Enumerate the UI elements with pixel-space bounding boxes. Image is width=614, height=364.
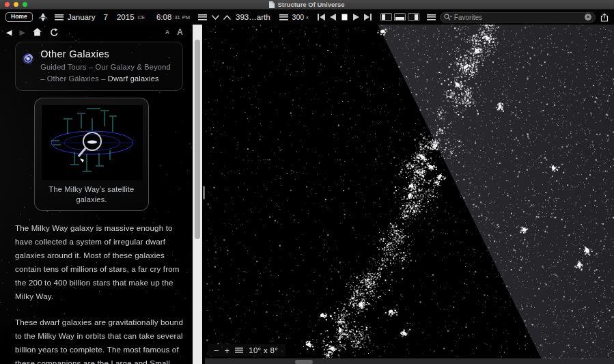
window-title-group: Structure Of Universe xyxy=(269,1,344,8)
sky-horizontal-scrollbar[interactable] xyxy=(205,359,614,364)
time-meridiem-label[interactable]: PM xyxy=(182,14,190,20)
breadcrumb-current: Dwarf galaxies xyxy=(108,74,159,83)
search-input[interactable]: Favorites × xyxy=(440,12,596,23)
window-titlebar: Structure Of Universe xyxy=(0,0,614,10)
document-icon xyxy=(269,1,275,8)
figure-caption: The Milky Way’s satellite galaxies. xyxy=(44,184,139,206)
guide-header-card: Other Galaxies Guided Tours – Our Galaxy… xyxy=(15,42,183,91)
guide-title: Other Galaxies xyxy=(40,48,176,59)
location-menu-icon[interactable] xyxy=(198,14,207,20)
timeflow-menu-icon[interactable] xyxy=(279,14,288,20)
back-arrow-icon[interactable]: ◀ xyxy=(6,29,12,36)
breadcrumb[interactable]: Guided Tours – Our Galaxy & Beyond – Oth… xyxy=(40,61,176,84)
zoom-out-button[interactable]: − xyxy=(214,346,219,355)
guide-header-text: Other Galaxies Guided Tours – Our Galaxy… xyxy=(40,48,176,84)
close-window-button[interactable] xyxy=(5,2,10,7)
play-forward-button[interactable] xyxy=(353,14,359,20)
rocket-icon[interactable] xyxy=(38,13,48,22)
fov-label: 10° x 8° xyxy=(249,346,278,354)
main-toolbar: Home January 7 2015 CE 6:08 :31 PM 393…a… xyxy=(0,10,614,25)
timeflow-rate-unit: x xyxy=(306,14,309,20)
refresh-icon[interactable] xyxy=(49,28,58,37)
date-year-field[interactable]: 2015 xyxy=(117,13,135,21)
time-clock-field[interactable]: 6:08 xyxy=(156,13,171,21)
timeflow-rate-field[interactable]: 300 xyxy=(292,13,305,21)
right-pane-toggle-button[interactable] xyxy=(408,13,419,21)
zoom-window-button[interactable] xyxy=(23,2,27,7)
view-options-menu-icon[interactable] xyxy=(427,14,436,20)
chevron-down-icon[interactable] xyxy=(212,15,219,20)
sky-horizontal-scrollbar-thumb[interactable] xyxy=(295,360,313,364)
window-title: Structure Of Universe xyxy=(277,1,344,8)
skip-to-start-button[interactable] xyxy=(318,14,325,20)
clear-search-button[interactable]: × xyxy=(585,14,591,20)
skip-to-end-button[interactable] xyxy=(364,14,372,20)
home-button[interactable]: Home xyxy=(5,12,33,22)
stop-button[interactable] xyxy=(341,14,348,20)
time-seconds-field[interactable]: :31 xyxy=(173,14,180,20)
search-icon xyxy=(444,14,452,20)
fov-menu-icon[interactable] xyxy=(235,348,243,353)
date-menu-icon[interactable] xyxy=(55,14,64,20)
skyguide-panel: ◀ ▶ A A Oth xyxy=(0,25,193,364)
paragraph: These dwarf galaxies are gravitationally… xyxy=(15,316,183,364)
fov-control-bar: − + 10° x 8° xyxy=(208,344,285,356)
spiral-galaxy-icon xyxy=(23,48,33,69)
galaxy-starfield[interactable] xyxy=(205,25,614,364)
left-pane-toggle-button[interactable] xyxy=(380,13,392,21)
content-area: ◀ ▶ A A Oth xyxy=(0,25,614,364)
font-decrease-button[interactable]: A xyxy=(165,29,170,36)
window-controls xyxy=(5,2,27,7)
chevron-up-icon[interactable] xyxy=(223,15,231,20)
figure-card[interactable]: The Milky Way’s satellite galaxies. xyxy=(34,98,149,211)
date-era-label[interactable]: CE xyxy=(138,14,145,20)
satellite-galaxies-figure[interactable] xyxy=(42,105,143,180)
date-day-field[interactable]: 7 xyxy=(104,13,108,21)
sidebar-scrollbar-thumb[interactable] xyxy=(195,40,200,239)
minimize-window-button[interactable] xyxy=(14,2,18,7)
search-scope-label: Favorites xyxy=(454,14,482,21)
bottom-pane-toggle-button[interactable] xyxy=(394,13,406,21)
share-icon[interactable] xyxy=(600,13,609,22)
sidebar-scrollbar-track[interactable] xyxy=(193,25,202,364)
date-month-field[interactable]: January xyxy=(68,13,96,21)
zoom-in-button[interactable]: + xyxy=(225,346,230,355)
font-increase-button[interactable]: A xyxy=(177,27,183,37)
paragraph: The Milky Way galaxy is massive enough t… xyxy=(15,221,183,303)
guide-body-text: The Milky Way galaxy is massive enough t… xyxy=(15,221,183,364)
home-icon[interactable] xyxy=(33,28,42,36)
viewing-location-field[interactable]: 393…arth xyxy=(236,13,270,21)
play-backward-button[interactable] xyxy=(330,14,336,20)
forward-arrow-icon[interactable]: ▶ xyxy=(19,29,25,36)
sky-view[interactable]: − + 10° x 8° xyxy=(205,25,614,364)
skyguide-nav-bar: ◀ ▶ A A xyxy=(0,25,193,40)
